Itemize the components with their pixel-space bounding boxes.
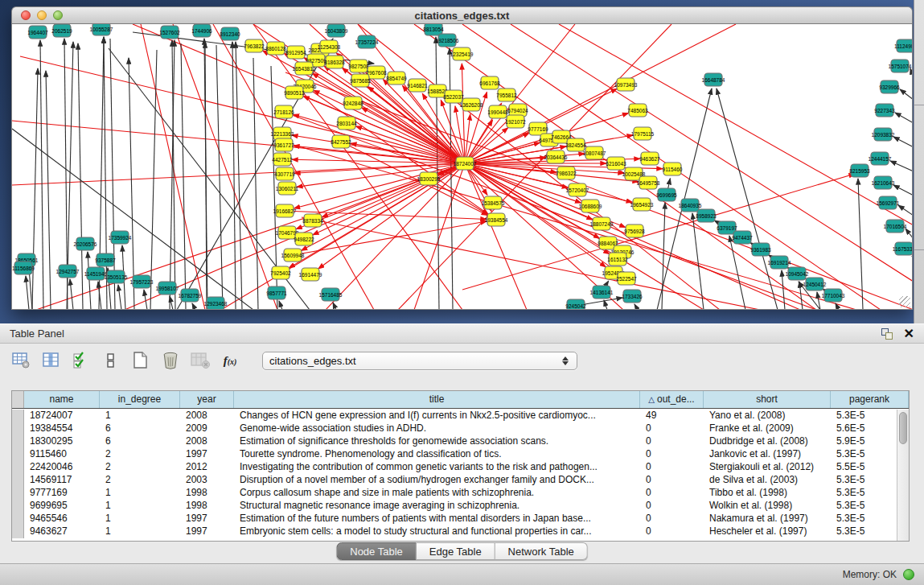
column-header-name[interactable]: name <box>24 391 100 408</box>
graph-node-label: 18640935 <box>679 203 702 208</box>
table-cell: 6 <box>100 422 180 435</box>
table-cell: 5.3E-5 <box>831 513 897 525</box>
graph-node-label: 9827508 <box>348 64 369 69</box>
citation-edge-black <box>893 137 913 147</box>
table-cell: Hescheler et al. (1997) <box>704 525 831 538</box>
table-panel: Table Panel ✕ f(x) citat <box>0 323 924 585</box>
graph-node-label: 15720407 <box>566 187 589 193</box>
column-header-short[interactable]: short <box>704 391 831 408</box>
graph-node-label: 9498222 <box>294 237 314 242</box>
citation-network-graph[interactable]: 7963822886012889129542822605898275098186… <box>12 24 913 310</box>
table-row[interactable]: 911546021997Tourette syndrome. Phenomeno… <box>12 448 897 461</box>
table-row[interactable]: 2242004622012Investigating the contribut… <box>12 461 897 474</box>
graph-node-label: 20364436 <box>544 154 568 160</box>
table-row[interactable]: 969969511998Structural magnetic resonanc… <box>12 500 897 513</box>
graph-node-label: 7986322 <box>556 171 577 176</box>
column-header-title[interactable]: title <box>234 391 640 408</box>
graph-node-label: 19166827 <box>273 208 297 214</box>
delete-table-button[interactable] <box>160 350 181 371</box>
side-panel-edge[interactable] <box>914 0 924 323</box>
citation-edge-black <box>232 42 236 310</box>
table-scrollbar[interactable] <box>897 410 909 541</box>
table-cell: 6 <box>100 435 180 448</box>
table-mode-button[interactable] <box>11 350 32 371</box>
table-row[interactable]: 946554611997Estimation of the future num… <box>12 513 897 525</box>
graph-node-label: 6961768 <box>479 80 500 86</box>
network-canvas[interactable]: 7963822886012889129542822605898275098186… <box>11 24 913 310</box>
network-window-titlebar[interactable]: citations_edges.txt <box>11 6 913 24</box>
graph-node-label: 9890513 <box>284 90 305 96</box>
graph-node-label: 9115460 <box>663 167 683 172</box>
graph-node-label: 9329966 <box>879 84 900 90</box>
table-cell: Franke et al. (2009) <box>704 422 831 435</box>
close-panel-icon[interactable]: ✕ <box>904 328 914 340</box>
graph-node-label: 8215953 <box>849 168 870 174</box>
graph-node-label: 1964407 <box>27 30 48 35</box>
network-window-title: citations_edges.txt <box>12 10 912 22</box>
tab-edge-table[interactable]: Edge Table <box>417 542 495 560</box>
graph-node-label: 12213363 <box>271 131 294 137</box>
function-builder-button[interactable]: f(x) <box>220 350 240 371</box>
graph-node-label: 8958923 <box>696 213 717 219</box>
graph-node-label: 15716485 <box>319 292 343 298</box>
show-columns-button[interactable] <box>41 350 62 371</box>
citation-edge-black <box>895 113 913 123</box>
table-row[interactable]: 1830029562008Estimation of significance … <box>12 435 897 448</box>
table-cell: 0 <box>640 448 704 461</box>
table-panel-title: Table Panel <box>10 328 881 340</box>
graph-node-label: 1615132 <box>607 257 628 262</box>
table-select[interactable]: citations_edges.txt <box>262 352 577 370</box>
graph-node-label: 11254308 <box>318 44 341 50</box>
citation-edge-black <box>692 213 704 310</box>
table-cell: 0 <box>640 422 704 435</box>
graph-node-label: 8522037 <box>443 94 464 100</box>
column-header-out_de[interactable]: △out_de... <box>640 391 704 408</box>
graph-node-label: 17975115 <box>631 131 655 137</box>
citation-edge-black <box>333 303 336 310</box>
graph-node-label: 10945042 <box>786 271 809 277</box>
table-row[interactable]: 1872400712008Changes of HCN gene express… <box>12 410 897 422</box>
citation-edge <box>285 72 913 310</box>
sort-ascending-icon: △ <box>648 395 655 404</box>
graph-node-label: 1733426 <box>622 294 643 299</box>
table-cell: Estimation of significance thresholds fo… <box>234 435 640 448</box>
graph-node-label: 8186328 <box>324 60 345 65</box>
table-row[interactable]: 1938455462009Genome-wide association stu… <box>12 422 897 435</box>
memory-status-indicator[interactable] <box>903 569 914 580</box>
window-resize-grip[interactable] <box>899 296 910 307</box>
scrollbar-thumb[interactable] <box>899 412 907 444</box>
table-cell: de Silva et al. (2003) <box>704 474 831 487</box>
graph-node-label: 10688609 <box>579 204 602 209</box>
citation-edge <box>303 97 465 163</box>
column-header-year[interactable]: year <box>180 391 234 408</box>
tab-network-table[interactable]: Network Table <box>495 542 588 560</box>
citation-edge-black <box>662 203 665 310</box>
graph-node-label: 9361983 <box>750 247 771 253</box>
graph-node-label: 17357224 <box>355 39 379 45</box>
column-header-pagerank[interactable]: pagerank <box>831 391 909 408</box>
new-table-button[interactable] <box>130 350 151 371</box>
graph-node-label: 16495758 <box>637 180 660 186</box>
table-cell: Jankovic et al. (1997) <box>704 448 831 461</box>
float-panel-icon[interactable] <box>881 328 893 340</box>
graph-node-label: 9699695 <box>656 192 677 198</box>
graph-node-label: 15751074 <box>889 64 912 69</box>
select-all-columns-button[interactable] <box>71 350 92 371</box>
table-row[interactable]: 977716911998Corpus callosum shape and si… <box>12 487 897 500</box>
graph-node-label: 15609948 <box>281 253 305 258</box>
tab-node-table[interactable]: Node Table <box>336 542 417 560</box>
column-header-in_degree[interactable]: in_degree <box>100 391 180 408</box>
graph-node-label: 8878334 <box>302 218 323 224</box>
unselect-columns-button[interactable] <box>101 350 121 371</box>
graph-node-label: 15692971 <box>877 200 900 206</box>
graph-node-label: 9361727 <box>273 142 294 148</box>
graph-node-label: 19218506 <box>436 38 459 43</box>
graph-node-label: 9777169 <box>528 126 548 132</box>
table-row[interactable]: 946362711997Embryonic stem cells: a mode… <box>12 525 897 538</box>
graph-node-label: 19384554 <box>485 217 508 223</box>
table-row[interactable]: 1456911722003Disruption of a novel membe… <box>12 474 897 487</box>
memory-status-label: Memory: OK <box>843 569 897 580</box>
graph-node-label: 14136141 <box>590 290 614 295</box>
table-cell: 9699695 <box>24 500 100 513</box>
import-table-button-disabled[interactable] <box>190 350 211 371</box>
